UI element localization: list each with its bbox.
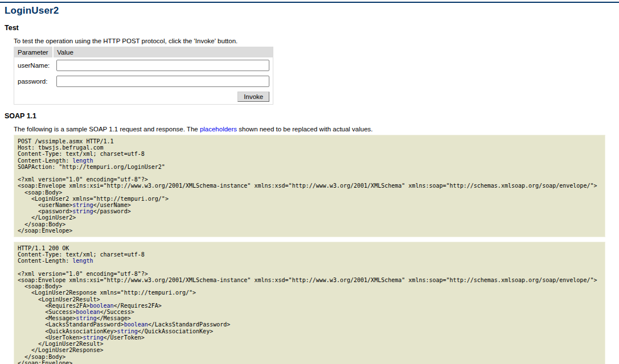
password-label: password: [14, 73, 54, 89]
parameter-column-header: Parameter [14, 47, 54, 58]
placeholders-link[interactable]: placeholders [200, 126, 237, 133]
table-row: userName: [14, 57, 273, 73]
table-row: password: [14, 73, 273, 89]
soap-request-sample: POST /wssimple.asmx HTTP/1.1 Host: tbwsj… [14, 135, 605, 237]
test-form-table: Parameter Value userName: password: Invo… [14, 47, 273, 105]
test-instruction: To test the operation using the HTTP POS… [14, 37, 605, 45]
username-label: userName: [14, 57, 54, 73]
soap-section-heading: SOAP 1.1 [5, 112, 619, 120]
username-input[interactable] [56, 60, 269, 71]
invoke-button[interactable]: Invoke [237, 92, 269, 102]
soap-response-sample: HTTP/1.1 200 OK Content-Type: text/xml; … [14, 242, 605, 364]
password-input[interactable] [56, 76, 269, 87]
value-column-header: Value [53, 47, 273, 58]
soap-description: The following is a sample SOAP 1.1 reque… [14, 125, 605, 133]
table-header-row: Parameter Value [14, 47, 273, 58]
page-title: LoginUser2 [0, 2, 619, 16]
test-section-heading: Test [5, 24, 619, 32]
